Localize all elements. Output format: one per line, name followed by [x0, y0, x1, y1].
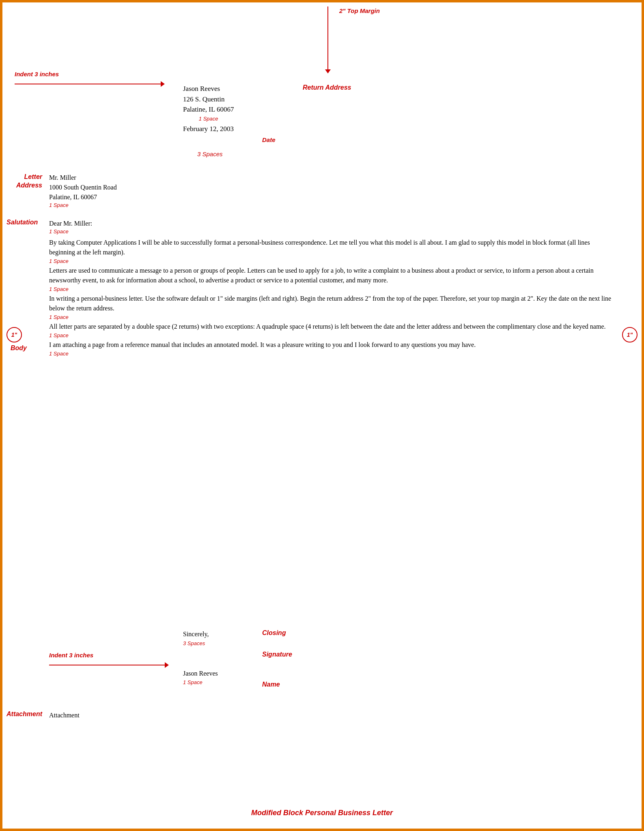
- return-address-street: 126 S. Quentin: [183, 94, 234, 105]
- bottom-title: Modified Block Personal Business Letter: [2, 809, 642, 817]
- salutation-text: Dear Mr. Miller: 1 Space: [49, 219, 92, 235]
- body-paragraph-3: In writing a personal-business letter. U…: [49, 294, 613, 313]
- three-spaces-closing: 3 Spaces: [183, 640, 218, 646]
- space-label-2: 1 Space: [49, 202, 117, 208]
- letter-address-city: Palatine, IL 60067: [49, 192, 117, 202]
- space-label-4: 1 Space: [49, 258, 613, 264]
- closing-indent-section: Indent 3 inches: [49, 652, 169, 668]
- indent-label: Indent 3 inches: [15, 71, 165, 87]
- three-spaces-label: 3 Spaces: [197, 151, 223, 158]
- space-label-closing: 1 Space: [183, 679, 218, 685]
- name-annotation: Name: [262, 681, 280, 688]
- return-address-block: Jason Reeves 126 S. Quentin Palatine, IL…: [183, 84, 234, 134]
- space-label-7: 1 Space: [49, 332, 613, 338]
- closing-indent-arrow: [49, 662, 169, 668]
- return-address-city: Palatine, IL 60067: [183, 104, 234, 115]
- one-inch-left-indicator: 1": [6, 327, 22, 342]
- closing-indent-arrow-line: [49, 665, 165, 665]
- signature-space: [183, 646, 218, 669]
- space-label-5: 1 Space: [49, 286, 613, 292]
- space-label-6: 1 Space: [49, 314, 613, 320]
- top-margin-label: 2" Top Margin: [339, 7, 380, 15]
- attachment-text: Attachment: [49, 710, 80, 720]
- body-paragraph-4: All letter parts are separated by a doub…: [49, 322, 613, 332]
- space-label-1: 1 Space: [183, 116, 234, 122]
- indent-arrow-line: [15, 84, 161, 84]
- body-paragraphs: By taking Computer Applications I will b…: [49, 238, 613, 357]
- closing-annotation: Closing: [262, 629, 286, 637]
- name-text: Jason Reeves: [183, 669, 218, 678]
- letter-address-block: Mr. Miller 1000 South Quentin Road Palat…: [49, 173, 117, 208]
- return-address-name: Jason Reeves: [183, 84, 234, 94]
- date-annotation: Date: [262, 136, 276, 144]
- body-paragraph-2: Letters are used to communicate a messag…: [49, 266, 613, 285]
- letter-address-label: LetterAddress: [6, 173, 42, 190]
- body-label: Body: [11, 344, 27, 352]
- indent-arrow-head: [161, 81, 165, 87]
- space-label-8: 1 Space: [49, 351, 613, 357]
- top-margin-arrow-line: [327, 6, 328, 69]
- signature-annotation: Signature: [262, 651, 292, 658]
- date-text: February 12, 2003: [183, 124, 234, 134]
- one-inch-right-indicator: 1": [622, 327, 638, 342]
- closing-indent-arrow-head: [165, 662, 169, 668]
- space-label-3: 1 Space: [49, 228, 92, 235]
- page: 2" Top Margin Indent 3 inches Jason Reev…: [0, 0, 644, 831]
- top-margin-arrow-head: [325, 69, 331, 73]
- letter-address-street: 1000 South Quentin Road: [49, 183, 117, 192]
- body-paragraph-1: By taking Computer Applications I will b…: [49, 238, 613, 257]
- attachment-left-label: Attachment: [6, 710, 42, 718]
- closing-text: Sincerely,: [183, 629, 218, 639]
- indent-arrow: [15, 81, 165, 87]
- return-address-annotation: Return Address: [303, 84, 351, 92]
- body-paragraph-5: I am attaching a page from a reference m…: [49, 340, 613, 350]
- closing-block: Sincerely, 3 Spaces Jason Reeves 1 Space: [183, 629, 218, 685]
- salutation-label: Salutation: [6, 219, 38, 226]
- letter-address-name: Mr. Miller: [49, 173, 117, 183]
